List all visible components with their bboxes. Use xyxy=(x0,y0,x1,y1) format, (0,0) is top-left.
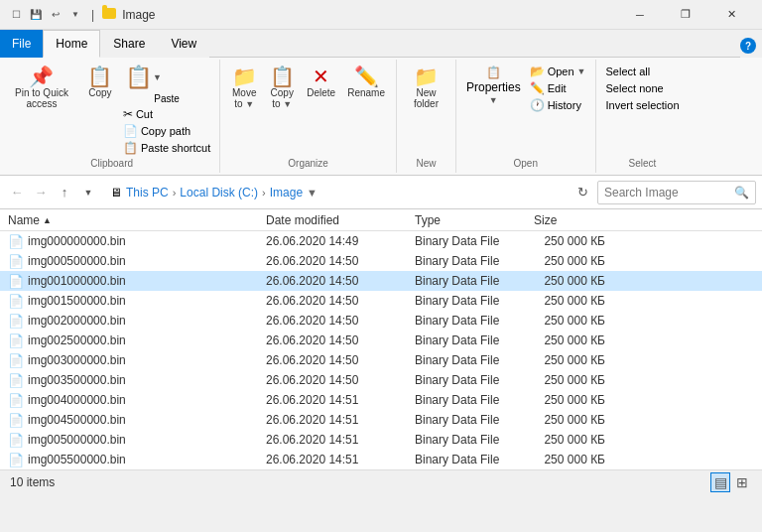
dropdown-icon[interactable]: ▼ xyxy=(67,7,83,23)
table-row[interactable]: 📄 img001500000.bin 26.06.2020 14:50 Bina… xyxy=(0,291,762,311)
file-type: Binary Data File xyxy=(415,433,534,447)
ribbon-group-organize: 📁 Moveto ▼ 📋 Copyto ▼ ✕ Delete ✏️ Rename… xyxy=(220,60,397,173)
recent-button[interactable]: ▼ xyxy=(77,182,99,203)
paste-shortcut-label: Paste shortcut xyxy=(141,142,210,154)
file-icon: 📄 xyxy=(8,254,24,269)
path-localdisk[interactable]: Local Disk (C:) xyxy=(180,186,258,200)
edit-icon: ✏️ xyxy=(530,81,545,95)
paste-shortcut-button[interactable]: 📋 Paste shortcut xyxy=(120,140,213,156)
table-row[interactable]: 📄 img005000000.bin 26.06.2020 14:51 Bina… xyxy=(0,430,762,450)
refresh-button[interactable]: ↻ xyxy=(572,182,593,203)
tab-file[interactable]: File xyxy=(0,30,43,58)
file-icon: 📄 xyxy=(8,413,24,428)
path-thispc[interactable]: This PC xyxy=(126,186,169,200)
open-items: 📋 Properties ▼ 📂 Open ▼ ✏️ Edit � xyxy=(462,62,589,156)
view-large-icons-button[interactable]: ⊞ xyxy=(732,472,752,492)
address-path[interactable]: 🖥 This PC › Local Disk (C:) › Image ▼ xyxy=(103,181,568,204)
table-row[interactable]: 📄 img000500000.bin 26.06.2020 14:50 Bina… xyxy=(0,251,762,271)
copy-to-button[interactable]: 📋 Copyto ▼ xyxy=(264,64,300,112)
history-button[interactable]: 🕐 History xyxy=(527,97,589,113)
file-name: img005000000.bin xyxy=(28,433,126,447)
small-btns: ✂ Cut 📄 Copy path 📋 Paste shortcut xyxy=(120,106,213,156)
open-button[interactable]: 📂 Open ▼ xyxy=(527,64,589,79)
col-header-date[interactable]: Date modified xyxy=(266,213,415,227)
clipboard-items: 📌 Pin to Quickaccess 📋 Copy 📋 ▼ Paste xyxy=(10,62,213,156)
select-all-button[interactable]: Select all xyxy=(602,64,684,79)
maximize-button[interactable]: ❐ xyxy=(663,0,708,30)
minimize-button[interactable]: ─ xyxy=(617,0,663,30)
back-button[interactable]: ← xyxy=(6,182,28,203)
path-dropdown[interactable]: ▼ xyxy=(307,187,318,199)
col-header-type[interactable]: Type xyxy=(415,213,534,227)
paste-button[interactable]: 📋 ▼ xyxy=(120,64,213,91)
address-right: ↻ 🔍 xyxy=(572,181,756,204)
pin-to-quick-button[interactable]: 📌 Pin to Quickaccess xyxy=(10,64,73,112)
col-header-size[interactable]: Size xyxy=(534,213,613,227)
file-icon: 📄 xyxy=(8,274,24,289)
file-type: Binary Data File xyxy=(415,413,534,427)
copy-to-icon: 📋 xyxy=(270,66,295,86)
col-header-name[interactable]: Name ▲ xyxy=(8,213,266,227)
delete-icon: ✕ xyxy=(313,66,329,86)
file-size: 250 000 КБ xyxy=(534,254,613,268)
cut-button[interactable]: ✂ Cut xyxy=(120,106,213,122)
file-type: Binary Data File xyxy=(415,393,534,407)
view-details-button[interactable]: ▤ xyxy=(710,472,730,492)
table-row[interactable]: 📄 img002000000.bin 26.06.2020 14:50 Bina… xyxy=(0,311,762,331)
pin-label: Pin to Quickaccess xyxy=(15,87,68,109)
search-icon[interactable]: 🔍 xyxy=(734,186,749,200)
tab-share[interactable]: Share xyxy=(100,30,158,58)
copy-button[interactable]: 📋 Copy xyxy=(82,64,118,101)
open-label: Open xyxy=(514,156,538,171)
file-size: 250 000 КБ xyxy=(534,353,613,367)
file-size: 250 000 КБ xyxy=(534,453,613,466)
sort-arrow: ▲ xyxy=(43,215,52,225)
move-to-button[interactable]: 📁 Moveto ▼ xyxy=(226,64,262,112)
file-name: img004000000.bin xyxy=(28,393,126,407)
rename-button[interactable]: ✏️ Rename xyxy=(342,64,390,101)
file-date: 26.06.2020 14:50 xyxy=(266,254,415,268)
copy-path-button[interactable]: 📄 Copy path xyxy=(120,123,213,139)
folder-icon xyxy=(102,8,116,22)
ribbon-group-open: 📋 Properties ▼ 📂 Open ▼ ✏️ Edit � xyxy=(456,60,596,173)
up-button[interactable]: ↑ xyxy=(54,182,75,203)
properties-icon: 📋 xyxy=(486,66,501,79)
new-items: 📁 Newfolder xyxy=(408,62,444,156)
tab-home[interactable]: Home xyxy=(43,30,100,58)
forward-button[interactable]: → xyxy=(30,182,52,203)
table-row[interactable]: 📄 img004000000.bin 26.06.2020 14:51 Bina… xyxy=(0,390,762,410)
table-row[interactable]: 📄 img005500000.bin 26.06.2020 14:51 Bina… xyxy=(0,450,762,469)
table-row[interactable]: 📄 img003000000.bin 26.06.2020 14:50 Bina… xyxy=(0,350,762,370)
file-icon: 📄 xyxy=(8,373,24,388)
new-folder-icon: 📁 xyxy=(414,66,439,86)
table-row[interactable]: 📄 img004500000.bin 26.06.2020 14:51 Bina… xyxy=(0,410,762,430)
table-row[interactable]: 📄 img003500000.bin 26.06.2020 14:50 Bina… xyxy=(0,370,762,390)
search-box[interactable]: 🔍 xyxy=(597,181,756,204)
delete-button[interactable]: ✕ Delete xyxy=(302,64,340,101)
file-date: 26.06.2020 14:49 xyxy=(266,234,415,248)
properties-button[interactable]: 📋 Properties ▼ xyxy=(462,64,525,107)
select-none-button[interactable]: Select none xyxy=(602,80,684,96)
file-type: Binary Data File xyxy=(415,373,534,387)
invert-selection-button[interactable]: Invert selection xyxy=(602,97,684,113)
table-row[interactable]: 📄 img001000000.bin 26.06.2020 14:50 Bina… xyxy=(0,271,762,291)
help-icon[interactable]: ? xyxy=(740,38,756,54)
close-button[interactable]: ✕ xyxy=(708,0,754,30)
file-header: Name ▲ Date modified Type Size xyxy=(0,209,762,231)
edit-button[interactable]: ✏️ Edit xyxy=(527,80,589,96)
table-row[interactable]: 📄 img000000000.bin 26.06.2020 14:49 Bina… xyxy=(0,231,762,251)
ribbon-content: 📌 Pin to Quickaccess 📋 Copy 📋 ▼ Paste xyxy=(0,58,762,175)
undo-icon[interactable]: ↩ xyxy=(48,7,64,23)
search-input[interactable] xyxy=(604,186,730,200)
file-date: 26.06.2020 14:51 xyxy=(266,433,415,447)
copy-label: Copy xyxy=(88,87,111,98)
table-row[interactable]: 📄 img002500000.bin 26.06.2020 14:50 Bina… xyxy=(0,331,762,350)
path-sep-1: › xyxy=(173,187,177,199)
file-date: 26.06.2020 14:50 xyxy=(266,294,415,308)
new-folder-button[interactable]: 📁 Newfolder xyxy=(408,64,444,112)
open-icon: 📂 xyxy=(530,65,545,78)
path-image[interactable]: Image xyxy=(270,186,303,200)
file-icon: 📄 xyxy=(8,333,24,348)
tab-view[interactable]: View xyxy=(158,30,209,58)
file-name: img001500000.bin xyxy=(28,294,126,308)
